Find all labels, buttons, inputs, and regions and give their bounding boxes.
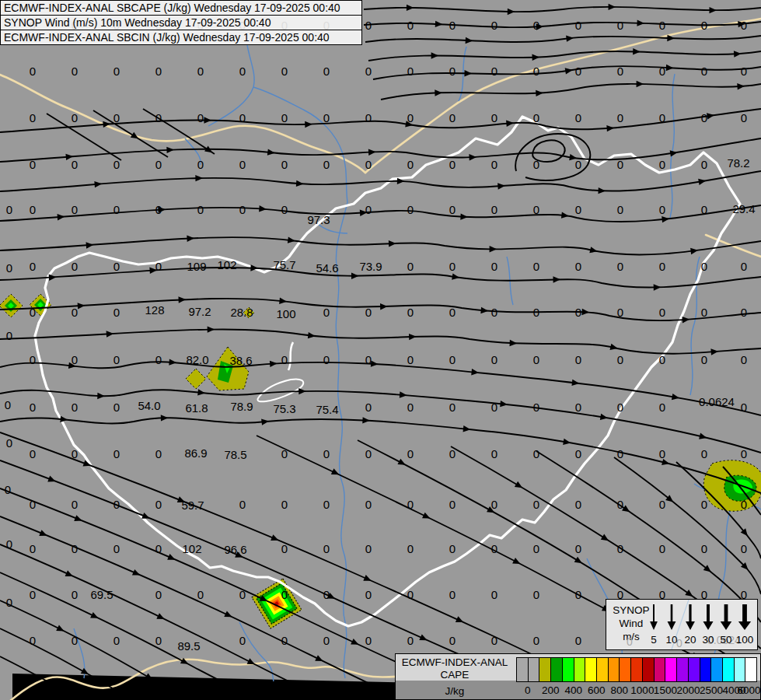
sbcin-zero-label: 0: [575, 306, 581, 319]
cape-color-swatch: [539, 657, 551, 682]
cape-colorbar: [516, 657, 757, 682]
map-label-under-legend: 0: [627, 635, 633, 648]
cape-tick-label: 0: [525, 684, 531, 696]
sbcin-zero-label: 0: [113, 203, 120, 216]
sbcin-zero-label: 0: [407, 401, 414, 414]
sbcin-zero-label: 0: [281, 353, 288, 366]
sbcin-zero-label: 0: [155, 588, 162, 601]
sbcin-zero-label: 0: [6, 537, 12, 551]
sbcin-zero-label: 0: [365, 353, 372, 366]
cape-color-swatch: [585, 657, 597, 682]
sbcin-zero-label: 0: [491, 401, 497, 414]
sbcin-zero-label: 0: [575, 447, 581, 460]
sbcin-zero-label: 0: [449, 65, 456, 78]
sbcin-zero-label: 0: [113, 260, 120, 273]
sbcin-zero-label: 0: [30, 65, 36, 78]
wind-speed-arrowhead-icon: [668, 621, 676, 630]
cape-tick-label: 2000: [676, 684, 700, 696]
sbcin-zero-label: 0: [449, 634, 456, 647]
sbcin-zero-label: 0: [30, 588, 36, 601]
sbcin-zero-label: 0: [30, 306, 36, 319]
sbcin-zero-label: 0: [365, 19, 372, 32]
sbcin-zero-label: 0: [30, 447, 36, 460]
sbcin-zero-label: 0: [239, 203, 246, 216]
sbcin-zero-label: 0: [407, 634, 414, 647]
header-line-sbcin: ECMWF-INDEX-ANAL SBCIN (J/kg) Wednesday …: [0, 30, 362, 45]
cape-color-swatch: [654, 657, 666, 682]
sbcin-zero-label: 0: [6, 436, 12, 450]
sbcin-zero-label: 0: [365, 158, 372, 171]
sbcin-value-label: 75.7: [273, 258, 295, 271]
sbcin-value-label: 109: [187, 260, 206, 273]
sbcin-zero-label: 0: [659, 447, 665, 460]
cape-color-swatch: [722, 657, 735, 682]
sbcin-zero-label: 0: [323, 306, 330, 319]
sbcin-zero-label: 0: [575, 158, 581, 171]
cape-color-swatch: [562, 657, 574, 682]
sbcin-zero-label: 0: [155, 65, 162, 78]
sbcin-zero-label: 0: [281, 65, 288, 78]
sbcin-zero-label: 0: [239, 65, 246, 78]
sbcin-zero-label: 0: [617, 447, 623, 460]
sbcin-zero-label: 0: [407, 588, 414, 601]
sbcin-zero-label: 0: [491, 353, 497, 366]
sbcin-zero-label: 0: [155, 447, 162, 460]
sbcin-zero-label: 0: [617, 401, 623, 414]
sbcin-zero-label: 0: [617, 65, 623, 78]
sbcin-zero-label: 0: [575, 588, 581, 601]
sbcin-zero-label: 0: [491, 19, 497, 32]
cape-color-swatch: [665, 657, 677, 682]
sbcin-zero-label: 0: [617, 19, 623, 32]
sbcin-value-label: 128: [145, 303, 164, 317]
sbcin-zero-label: 0: [113, 306, 120, 319]
sbcin-zero-label: 0: [575, 65, 581, 78]
sbcin-zero-label: 0: [197, 158, 204, 171]
sbcin-zero-label: 0: [239, 158, 246, 171]
sbcin-zero-label: 0: [533, 158, 539, 171]
sbcin-zero-label: 0: [197, 111, 204, 124]
wind-speed-value: 10: [665, 634, 677, 646]
cape-color-swatch: [642, 657, 655, 682]
sbcin-zero-label: 0: [575, 203, 581, 216]
cape-color-swatch: [619, 657, 631, 682]
sbcin-zero-label: 0: [575, 542, 581, 555]
sbcin-zero-label: 0: [155, 542, 162, 555]
cape-color-swatch: [516, 657, 529, 682]
sbcin-zero-label: 0: [365, 498, 372, 511]
wind-speed-arrowhead-icon: [703, 621, 713, 630]
sbcin-zero-label: 0: [449, 203, 456, 216]
cape-color-swatch: [630, 657, 643, 682]
wind-speed-value: 30: [702, 634, 714, 646]
cape-color-swatch: [574, 657, 586, 682]
sbcin-zero-label: 0: [659, 19, 665, 32]
sbcin-zero-label: 0: [155, 498, 162, 511]
sbcin-zero-label: 0: [5, 483, 11, 496]
header-line-wind: SYNOP Wind (m/s) 10m Wednesday 17-09-202…: [0, 15, 362, 30]
sbcin-zero-label: 0: [281, 588, 288, 601]
sbcin-zero-label: 0: [701, 203, 707, 216]
sbcin-zero-label: 0: [6, 261, 12, 275]
sbcin-zero-label: 0: [407, 353, 414, 366]
sbcin-zero-label: 0: [281, 542, 288, 555]
sbcin-value-label: 102: [217, 258, 236, 271]
cape-color-swatch: [596, 657, 609, 682]
sbcin-zero-label: 0: [155, 634, 162, 647]
cape-tick-label: 1500: [654, 684, 677, 696]
sbcin-zero-label: 0: [491, 542, 497, 555]
sbcin-value-label: 75.3: [273, 402, 295, 415]
sbcin-zero-label: 0: [72, 65, 78, 78]
sbcin-zero-label: 0: [407, 65, 414, 78]
sbcin-zero-label: 0: [449, 401, 456, 414]
sbcin-zero-label: 0: [30, 203, 36, 216]
sbcin-zero-label: 0: [30, 353, 36, 366]
sbcin-zero-label: 0: [113, 542, 120, 555]
sbcin-zero-label: 0: [575, 111, 581, 124]
sbcin-zero-label: 0: [365, 65, 372, 78]
sbcin-value-label: 89.5: [177, 639, 200, 653]
sbcin-zero-label: 0: [239, 498, 246, 511]
sbcin-zero-label: 0: [30, 401, 36, 414]
sbcin-zero-label: 0: [659, 306, 665, 319]
sbcin-zero-label: 0: [741, 542, 747, 555]
sbcin-value-label: 78.2: [727, 156, 749, 170]
sbcin-value-label: 78.5: [224, 448, 246, 461]
